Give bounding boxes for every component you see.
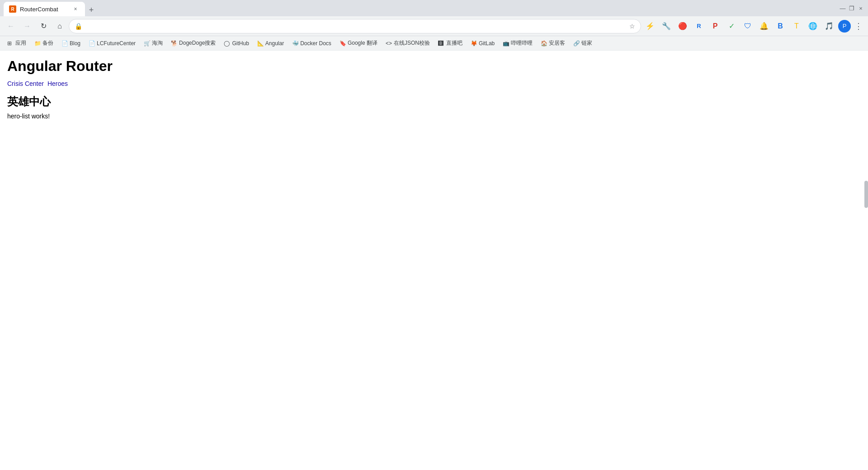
title-bar: R RouterCombat × + — ❐ × (0, 0, 868, 16)
bookmark-apps[interactable]: ⊞ 应用 (4, 38, 30, 49)
extension-btn11[interactable]: 🌐 (806, 19, 820, 33)
extensions-btn2[interactable]: 🔧 (659, 19, 674, 33)
extensions-button[interactable]: ⚡ (643, 19, 657, 33)
navigation-bar: ← → ↻ ⌂ 🔒 localhost:4200/heroes ☆ ⚡ 🔧 🔴 … (0, 16, 868, 36)
extension-icons: ⚡ 🔧 🔴 R P ✓ 🛡 🔔 B T 🌐 🎵 P ⋮ (643, 19, 864, 33)
bookmark-anju[interactable]: 🏠 安居客 (537, 38, 569, 49)
bookmark-lian[interactable]: 🔗 链家 (570, 38, 596, 49)
bookmark-google-translate[interactable]: 🔖 Google 翻译 (336, 38, 381, 49)
bookmark-blog[interactable]: 📄 Blog (58, 38, 84, 48)
forward-button[interactable]: → (20, 19, 34, 33)
bookmark-label: 链家 (581, 39, 592, 47)
bookmark-bilibili[interactable]: 📺 哔哩哔哩 (499, 38, 536, 49)
bookmarks-bar: ⊞ 应用 📁 备份 📄 Blog 📄 LCFutureCenter 🛒 海淘 🐕… (0, 36, 868, 51)
doc-icon2: 📄 (89, 40, 95, 47)
browser-window: R RouterCombat × + — ❐ × ← → ↻ ⌂ 🔒 lo (0, 0, 868, 470)
bookmark-gitlab[interactable]: 🦊 GitLab (467, 38, 498, 48)
bookmark-star-icon[interactable]: ☆ (629, 23, 635, 30)
github-icon: ◯ (224, 40, 230, 47)
bilibili-icon: 📺 (503, 40, 509, 47)
shop-icon: 🛒 (144, 40, 150, 47)
profile-letter: P (843, 23, 847, 29)
profile-button[interactable]: P (838, 20, 851, 33)
window-controls: — ❐ × (839, 5, 864, 12)
bookmark-label: 在线JSON校验 (394, 39, 430, 47)
zhibo-icon: 🅱 (438, 40, 444, 47)
bookmark-label: DogeDoge搜索 (179, 39, 216, 47)
active-tab[interactable]: R RouterCombat × (4, 2, 85, 16)
bookmark-github[interactable]: ◯ GitHub (220, 38, 252, 48)
anju-icon: 🏠 (541, 40, 547, 47)
tab-title: RouterCombat (20, 6, 68, 13)
url-input[interactable]: localhost:4200/heroes (86, 23, 626, 30)
extension-btn6[interactable]: ✓ (724, 19, 739, 33)
tab-favicon: R (9, 5, 16, 13)
gitlab-icon: 🦊 (471, 40, 477, 47)
extension-btn3[interactable]: 🔴 (675, 19, 690, 33)
bookmark-dogedoge[interactable]: 🐕 DogeDoge搜索 (167, 38, 219, 49)
back-button[interactable]: ← (4, 19, 18, 33)
back-icon: ← (7, 22, 14, 30)
component-text: hero-list works! (7, 113, 861, 120)
extension-btn7[interactable]: 🛡 (741, 19, 755, 33)
bookmark-label: Blog (70, 40, 80, 47)
crisis-center-link[interactable]: Crisis Center (7, 80, 44, 87)
bookmark-backup[interactable]: 📁 备份 (31, 38, 57, 49)
bookmark-json[interactable]: <> 在线JSON校验 (382, 38, 434, 49)
reload-button[interactable]: ↻ (36, 19, 51, 33)
page-content: Angular Router Crisis Center Heroes 英雄中心… (0, 51, 868, 470)
bookmark-label: 安居客 (549, 39, 565, 47)
bookmark-label: GitLab (479, 40, 495, 47)
extension-btn4[interactable]: R (692, 19, 706, 33)
docker-icon: 🐳 (292, 40, 298, 47)
extension-btn9[interactable]: B (773, 19, 788, 33)
home-icon: ⌂ (57, 22, 62, 30)
bookmark-label: 海淘 (152, 39, 163, 47)
angular-icon: 📐 (257, 40, 264, 47)
bookmark-label: 应用 (15, 39, 26, 47)
app-nav-links: Crisis Center Heroes (7, 80, 861, 87)
forward-icon: → (24, 22, 31, 30)
bookmark-label: LCFutureCenter (97, 40, 136, 47)
more-options-button[interactable]: ⋮ (853, 19, 864, 33)
bookmark-label: 哔哩哔哩 (511, 39, 533, 47)
scrollbar[interactable] (864, 181, 868, 208)
new-tab-button[interactable]: + (85, 4, 98, 16)
lock-icon: 🔒 (75, 23, 82, 30)
bookmark-zhibo[interactable]: 🅱 直播吧 (434, 38, 466, 49)
folder-icon: 📁 (34, 40, 41, 47)
bookmark-docker[interactable]: 🐳 Docker Docs (288, 38, 335, 48)
close-button[interactable]: × (857, 5, 864, 12)
extension-btn12[interactable]: 🎵 (822, 19, 836, 33)
page-title: Angular Router (7, 58, 861, 75)
bookmark-label: Docker Docs (300, 40, 331, 47)
tab-close-button[interactable]: × (71, 5, 80, 13)
doc-icon: 📄 (61, 40, 68, 47)
extension-btn10[interactable]: T (789, 19, 804, 33)
home-button[interactable]: ⌂ (52, 19, 67, 33)
doge-icon: 🐕 (171, 40, 177, 47)
section-title: 英雄中心 (7, 94, 861, 109)
bookmark-haitao[interactable]: 🛒 海淘 (140, 38, 166, 49)
bookmark-label: 直播吧 (446, 39, 462, 47)
json-icon: <> (386, 40, 392, 47)
extension-btn5[interactable]: P (708, 19, 722, 33)
minimize-button[interactable]: — (839, 5, 846, 12)
extension-btn8[interactable]: 🔔 (757, 19, 771, 33)
bookmark-label: 备份 (42, 39, 53, 47)
lian-icon: 🔗 (573, 40, 580, 47)
heroes-link[interactable]: Heroes (47, 80, 68, 87)
maximize-button[interactable]: ❐ (848, 5, 855, 12)
bookmark-label: Angular (265, 40, 284, 47)
apps-icon: ⊞ (7, 40, 14, 47)
bookmark-label: Google 翻译 (348, 39, 377, 47)
bookmark-label: GitHub (232, 40, 249, 47)
address-bar[interactable]: 🔒 localhost:4200/heroes ☆ (69, 19, 641, 33)
bookmark-angular[interactable]: 📐 Angular (254, 38, 288, 48)
reload-icon: ↻ (41, 22, 47, 30)
tab-bar: R RouterCombat × + (4, 0, 835, 16)
bookmark-lcfuture[interactable]: 📄 LCFutureCenter (85, 38, 139, 48)
translate-icon: 🔖 (340, 40, 346, 47)
